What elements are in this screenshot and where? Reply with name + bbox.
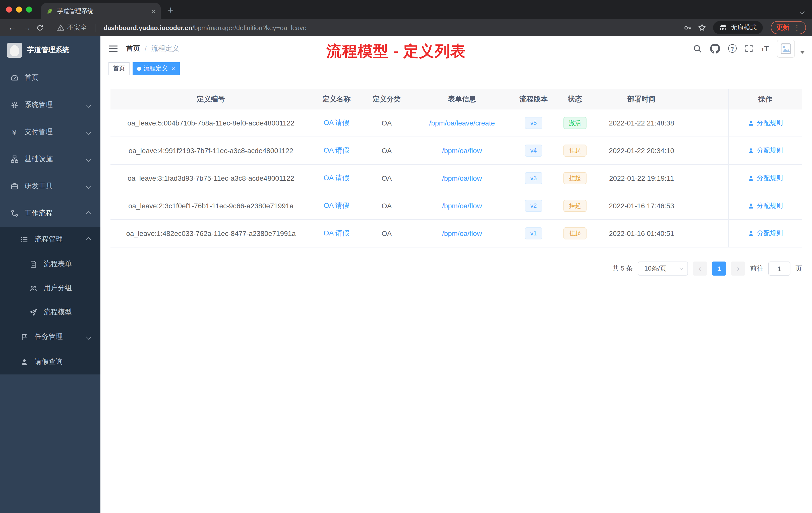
assign-rule-button[interactable]: 分配规则 [748,201,783,210]
sidebar-item-label: 用户分组 [44,283,72,293]
column-header: 状态 [555,89,595,109]
tag-home[interactable]: 首页 [109,62,129,75]
page-number-current[interactable]: 1 [712,262,726,276]
version-badge[interactable]: v3 [525,172,542,184]
font-size-icon[interactable]: TT [761,45,769,52]
form-link[interactable]: /bpm/oa/leave/create [429,119,495,127]
sidebar-item-system[interactable]: 系统管理 [0,91,100,118]
sidebar-item-home[interactable]: 首页 [0,64,100,91]
page-unit-label: 页 [795,264,802,273]
paper-plane-icon [29,308,38,316]
tab-search-chevron-icon[interactable] [801,6,804,16]
prev-page-button[interactable]: ‹ [693,262,707,276]
site-security-indicator[interactable]: 不安全 [57,23,87,32]
back-button[interactable]: ← [6,24,18,32]
font-size-small: T [761,47,764,52]
tag-process-definition[interactable]: 流程定义 × [133,62,179,75]
column-header: 表单信息 [412,89,512,109]
address-bar[interactable]: dashboard.yudao.iocoder.cn/bpm/manager/d… [104,24,307,31]
sidebar-item-payment[interactable]: ¥ 支付管理 [0,118,100,146]
definition-name-link[interactable]: OA 请假 [324,201,349,210]
sidebar-item-infrastructure[interactable]: 基础设施 [0,146,100,173]
sidebar-item-user-group[interactable]: 用户分组 [0,276,100,300]
yen-icon: ¥ [10,128,19,136]
forward-button[interactable]: → [21,24,33,32]
tag-close-icon[interactable]: × [171,65,175,72]
bookmark-star-icon[interactable] [698,24,706,32]
tab-close-icon[interactable]: × [151,7,156,15]
definition-category: OA [361,137,412,164]
logo-title: 芋道管理系统 [27,46,69,55]
url-host: dashboard.yudao.iocoder.cn [104,24,192,31]
help-icon[interactable]: ? [728,44,736,53]
sidebar-item-process-form[interactable]: 流程表单 [0,252,100,276]
avatar-caret-icon[interactable] [800,51,805,54]
version-badge[interactable]: v4 [525,145,542,157]
user-avatar[interactable] [777,39,795,58]
chevron-down-icon [86,157,91,162]
assign-rule-button[interactable]: 分配规则 [748,118,783,127]
github-icon[interactable] [710,43,720,54]
sidebar-item-task-management[interactable]: 任务管理 [0,324,100,350]
zoom-window-button[interactable] [26,6,32,12]
sidebar-logo[interactable]: 芋道管理系统 [0,36,100,64]
list-icon [20,235,29,244]
omnibox-divider [95,24,95,32]
tab-favicon-icon [46,7,53,14]
search-icon[interactable] [693,44,702,53]
breadcrumb-home[interactable]: 首页 [126,44,140,53]
deploy-time: 2022-01-16 01:40:51 [595,220,688,247]
definition-id: oa_leave:3:1fad3d93-7b75-11ec-a3c8-acde4… [111,164,311,192]
chevron-down-icon [86,184,91,189]
chevron-down-icon [679,266,684,270]
assign-rule-button[interactable]: 分配规则 [748,146,783,155]
main-area: 首页 / 流程定义 ? TT [100,36,812,513]
sidebar-item-devtools[interactable]: 研发工具 [0,173,100,200]
page-size-select[interactable]: 10条/页 [638,262,688,276]
table-header-row: 定义编号 定义名称 定义分类 表单信息 流程版本 状态 部署时间 操作 [111,89,802,110]
definition-name-link[interactable]: OA 请假 [324,146,349,155]
table-row: oa_leave:5:004b710b-7b8a-11ec-8ef0-acde4… [111,110,802,137]
next-page-button[interactable]: › [731,262,745,276]
fullscreen-icon[interactable] [745,44,753,53]
infrastructure-icon [10,155,19,163]
browser-menu-kebab-icon[interactable]: ⋮ [793,24,801,32]
chrome-update-button[interactable]: 更新 ⋮ [771,21,806,34]
hamburger-icon[interactable] [100,44,126,53]
form-link[interactable]: /bpm/oa/flow [442,230,482,237]
status-badge: 挂起 [563,228,586,239]
new-tab-button[interactable]: + [168,4,174,16]
goto-page-input[interactable] [768,262,790,276]
version-badge[interactable]: v5 [525,117,542,129]
definition-name-link[interactable]: OA 请假 [324,229,349,238]
version-badge[interactable]: v1 [525,228,542,239]
definition-category: OA [361,110,412,137]
status-badge: 激活 [563,117,586,129]
version-badge[interactable]: v2 [525,200,542,212]
workflow-icon [10,209,19,218]
sidebar-item-leave-query[interactable]: 请假查询 [0,350,100,374]
assign-rule-button[interactable]: 分配规则 [748,174,783,183]
tags-view: 首页 流程定义 × [100,61,812,76]
close-window-button[interactable] [6,6,12,12]
assign-rule-button[interactable]: 分配规则 [748,229,783,238]
flag-icon [20,333,29,341]
table-row: oa_leave:3:1fad3d93-7b75-11ec-a3c8-acde4… [111,164,802,192]
form-link[interactable]: /bpm/oa/flow [442,174,482,182]
person-icon [20,358,29,366]
definition-name-link[interactable]: OA 请假 [324,118,349,127]
sidebar-item-label: 系统管理 [25,100,53,110]
minimize-window-button[interactable] [16,6,22,12]
definition-name-link[interactable]: OA 请假 [324,174,349,183]
sidebar-item-process-management[interactable]: 流程管理 [0,227,100,252]
sidebar-item-workflow[interactable]: 工作流程 [0,200,100,227]
sidebar-item-process-model[interactable]: 流程模型 [0,300,100,324]
form-link[interactable]: /bpm/oa/flow [442,147,482,155]
definition-category: OA [361,192,412,219]
column-header: 定义分类 [361,89,412,109]
password-key-icon[interactable] [684,23,692,32]
reload-button[interactable] [36,24,48,31]
column-header: 定义名称 [311,89,361,109]
form-link[interactable]: /bpm/oa/flow [442,202,482,210]
browser-tab[interactable]: 芋道管理系统 × [41,3,161,19]
